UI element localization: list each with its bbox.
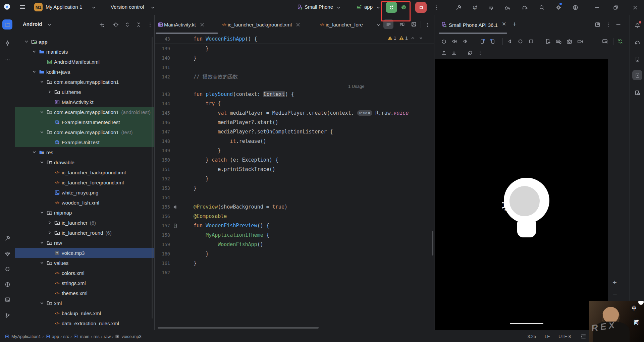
code-line-147[interactable]: 147 mediaPlayer?.setOnCompletionListener… xyxy=(155,127,430,136)
code-line-144[interactable]: 144 try { xyxy=(155,99,430,108)
encoding[interactable]: UTF-8 xyxy=(558,334,571,339)
code-line-162[interactable]: 162 xyxy=(155,268,430,277)
tree-item-com-example-myapplication1[interactable]: com.example.myapplication1(androidTest) xyxy=(15,107,154,117)
emulator-sync-green-icon[interactable] xyxy=(616,38,624,45)
tree-item-backup-rules-xml[interactable]: </>backup_rules.xml xyxy=(15,308,154,318)
sync-a-icon[interactable]: A xyxy=(471,4,478,11)
emulator-snapshot-restore-icon[interactable] xyxy=(466,49,474,56)
tree-item-strings-xml[interactable]: </>strings.xml xyxy=(15,278,154,288)
code-line-158[interactable]: 158 MyApplication1Theme { xyxy=(155,230,430,240)
tool-window-layout-inspector-button[interactable] xyxy=(632,88,642,98)
tree-item-values[interactable]: values xyxy=(15,258,154,268)
chevron-right-icon[interactable] xyxy=(47,230,53,236)
emulator-upload-file-icon[interactable] xyxy=(440,49,447,56)
emulator-vol-down-icon[interactable] xyxy=(462,38,469,45)
emulator-kebab-icon[interactable] xyxy=(604,21,612,28)
gutter-settings-icon[interactable] xyxy=(172,204,178,210)
tool-window-problems-button[interactable] xyxy=(2,279,12,289)
tree-item-mainactivity-kt[interactable]: MainActivity.kt xyxy=(15,97,154,107)
emulator-zoom-out-button[interactable]: − xyxy=(613,290,617,298)
chevron-down-icon[interactable] xyxy=(39,260,45,266)
breadcrumb-item[interactable]: raw xyxy=(104,334,111,339)
tree-item-wooden-fish-xml[interactable]: </>wooden_fish.xml xyxy=(15,197,154,208)
win-min-icon[interactable] xyxy=(593,4,600,11)
win-restore-icon[interactable] xyxy=(612,4,619,11)
editor-vscrollbar[interactable] xyxy=(432,231,433,255)
chevron-down-icon[interactable] xyxy=(31,49,37,55)
search-icon[interactable] xyxy=(538,4,545,11)
indent-status-icon[interactable] xyxy=(580,333,587,340)
editor-tab-ic-launcher-fore[interactable]: </>ic_launcher_fore xyxy=(318,15,379,34)
code-line-143[interactable]: 143fun playSound(context: Context) { xyxy=(155,90,430,99)
tree-item-app[interactable]: app xyxy=(15,37,154,47)
emulator-minimize-icon[interactable] xyxy=(614,21,622,28)
breadcrumb-item[interactable]: ?voice.mp3 xyxy=(115,334,141,339)
rerun-button[interactable] xyxy=(386,2,397,13)
tree-item-com-example-myapplication1[interactable]: com.example.myapplication1 xyxy=(15,77,154,87)
tree-item-ic-launcher[interactable]: ic_launcher(6) xyxy=(15,218,154,228)
tool-window-terminal-button[interactable] xyxy=(2,294,12,304)
emulator-display-search-icon[interactable] xyxy=(601,38,608,45)
project-view-selector[interactable]: Android xyxy=(23,21,42,27)
chevron-down-icon[interactable] xyxy=(39,109,45,115)
project-selector[interactable]: My Application 1 xyxy=(46,4,82,10)
kebab-icon[interactable] xyxy=(433,4,440,11)
emulator-phone-settings-icon[interactable] xyxy=(544,38,551,45)
breadcrumb-item[interactable]: MyApplication1 xyxy=(5,334,41,339)
tree-item-ic-launcher-foreground-xml[interactable]: </>ic_launcher_foreground.xml xyxy=(15,177,154,187)
tree-item-xml[interactable]: xml xyxy=(15,298,154,308)
tool-window-more-dots-button[interactable] xyxy=(2,55,12,65)
tree-scrollbar[interactable] xyxy=(152,37,153,319)
code-line-141[interactable]: 141 xyxy=(155,63,430,72)
next-issue-icon[interactable] xyxy=(418,35,424,41)
device-chevron-down-icon[interactable] xyxy=(335,4,342,11)
code-line-150[interactable]: 150 } catch (e: Exception) { xyxy=(155,155,430,165)
profiler-icon[interactable] xyxy=(487,4,494,11)
code-line-149[interactable]: 149 } xyxy=(155,146,430,155)
chevron-down-icon[interactable] xyxy=(39,300,45,306)
chevron-down-icon[interactable] xyxy=(23,39,30,45)
run-config-chevron-down-icon[interactable] xyxy=(374,4,382,11)
tool-window-elephant-button[interactable] xyxy=(632,37,642,47)
chevron-right-icon[interactable] xyxy=(47,220,53,226)
locate-icon[interactable] xyxy=(112,21,119,28)
tree-item-androidmanifest-xml[interactable]: MAndroidManifest.xml xyxy=(15,57,154,67)
kebab-icon[interactable] xyxy=(146,21,154,28)
code-line-145[interactable]: 145 val mediaPlayer = MediaPlayer.create… xyxy=(155,108,430,118)
tool-window-commit-button[interactable] xyxy=(2,38,12,48)
breadcrumb[interactable]: MyApplication1›app›src›main›res›raw›?voi… xyxy=(5,334,142,339)
editor-tab-mainactivity-kt[interactable]: MainActivity.kt xyxy=(157,15,222,34)
view-design-toggle[interactable] xyxy=(409,19,419,29)
emulator-open-in-window-icon[interactable] xyxy=(594,21,601,28)
code-line-152[interactable]: 152 } xyxy=(155,174,430,183)
tree-item-ic-launcher-round[interactable]: ic_launcher_round(6) xyxy=(15,228,154,238)
tree-item-themes-xml[interactable]: </>themes.xml xyxy=(15,288,154,298)
emulator-rotate-right-icon[interactable] xyxy=(489,38,496,45)
emulator-screen-record-icon[interactable] xyxy=(576,38,584,45)
emulator-vol-up-icon[interactable] xyxy=(451,38,458,45)
project-chevron-down-icon[interactable] xyxy=(90,4,97,11)
tool-window-build-hammer-button[interactable] xyxy=(2,233,12,243)
usage-hint[interactable]: 1 Usage xyxy=(348,84,364,89)
tree-item-ui-theme[interactable]: ui.theme xyxy=(15,87,154,97)
tree-item-kotlin-java[interactable]: kotlin+java xyxy=(15,67,154,77)
tree-item-raw[interactable]: raw xyxy=(15,238,154,248)
tree-item-drawable[interactable]: drawable xyxy=(15,157,154,167)
device-selector[interactable]: Small Phone xyxy=(305,4,333,10)
expand-all-icon[interactable] xyxy=(123,21,131,28)
attach-debug-icon[interactable] xyxy=(503,4,511,11)
tree-item-res[interactable]: res xyxy=(15,147,154,157)
chevron-down-icon[interactable] xyxy=(39,159,45,165)
code-line-155[interactable]: 155@Preview(showBackground = true) xyxy=(155,202,430,212)
chevron-down-icon[interactable] xyxy=(39,240,45,246)
tree-item-white-muyu-png[interactable]: white_muyu.png xyxy=(15,187,154,197)
chevron-down-icon[interactable] xyxy=(39,79,45,85)
stop-button[interactable] xyxy=(415,2,427,13)
tree-item-com-example-myapplication1[interactable]: com.example.myapplication1(test) xyxy=(15,127,154,137)
breadcrumb-item[interactable]: res xyxy=(94,334,100,339)
emulator-nav-recents-icon[interactable] xyxy=(527,38,535,45)
tab-close-icon[interactable] xyxy=(295,21,301,27)
tool-window-meerkat-diamond-button[interactable] xyxy=(2,249,12,259)
chevron-down-icon[interactable] xyxy=(39,129,45,135)
tree-item-exampleinstrumentedtest[interactable]: ExampleInstrumentedTest xyxy=(15,117,154,127)
